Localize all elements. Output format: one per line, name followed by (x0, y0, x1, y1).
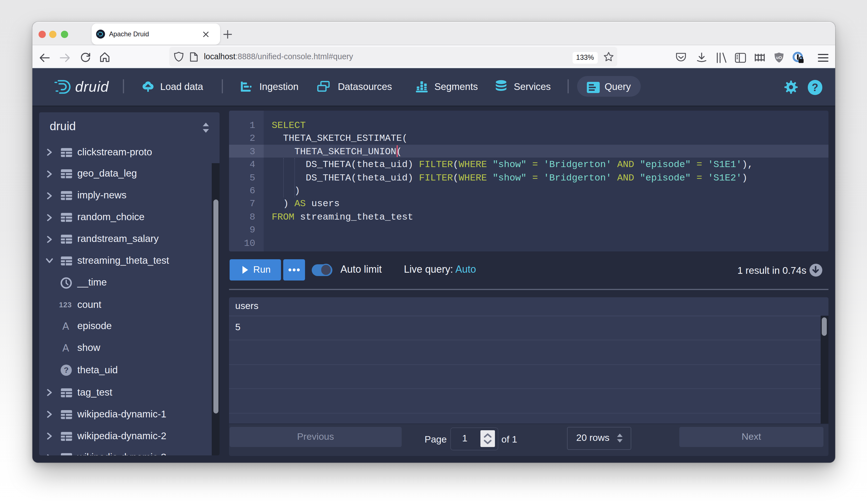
svg-text:uO: uO (776, 55, 782, 60)
svg-text:?: ? (64, 366, 69, 375)
